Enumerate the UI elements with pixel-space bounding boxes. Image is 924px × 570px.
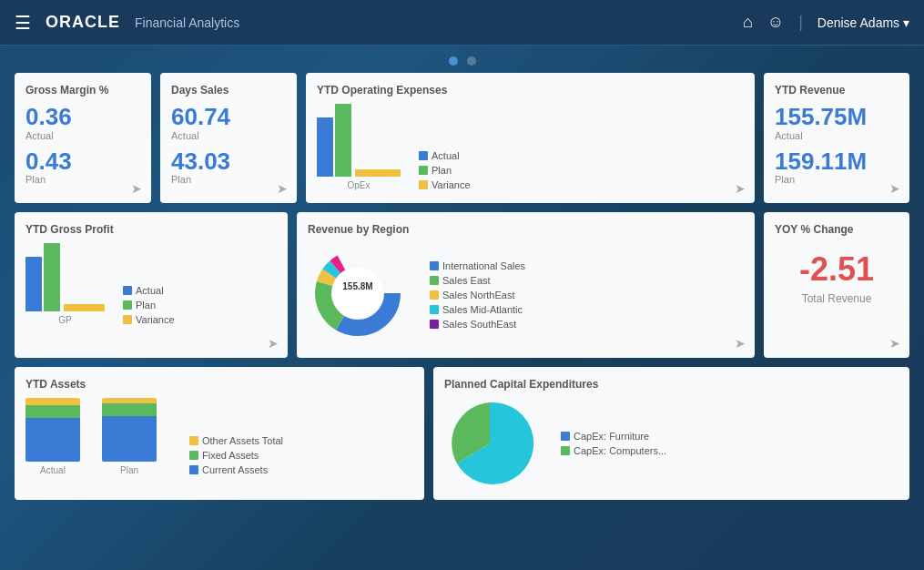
svg-text:155.8M: 155.8M	[342, 281, 372, 291]
assets-legend-fixed: Fixed Assets	[189, 450, 283, 461]
days-sales-plan-value: 43.03	[171, 148, 286, 175]
opex-bar-group	[317, 104, 351, 177]
opex-legend: Actual Plan Variance	[419, 150, 471, 190]
opex-legend-plan-dot	[419, 166, 428, 175]
gross-margin-actual-label: Actual	[25, 130, 140, 141]
ytd-gp-arrow[interactable]: ➤	[268, 336, 279, 351]
legend-sales-northeast: Sales NorthEast	[430, 290, 525, 300]
gross-margin-arrow[interactable]: ➤	[131, 181, 142, 196]
assets-plan-current	[102, 416, 157, 462]
capex-legend-furniture: CapEx: Furniture	[561, 431, 666, 442]
assets-plan-group: Plan	[102, 398, 157, 475]
ytd-revenue-actual-label: Actual	[775, 130, 899, 141]
assets-plan-label: Plan	[120, 465, 138, 475]
ytd-assets-content: Actual Plan Other Assets Total	[25, 398, 413, 475]
opex-bars	[317, 104, 401, 177]
gp-legend-variance-dot	[123, 315, 132, 324]
assets-legend-other: Other Assets Total	[189, 435, 283, 446]
capex-legend: CapEx: Furniture CapEx: Computers...	[561, 431, 666, 456]
ytd-revenue-plan-label: Plan	[775, 174, 899, 185]
days-sales-plan-label: Plan	[171, 174, 286, 185]
days-sales-title: Days Sales	[171, 84, 286, 97]
gross-margin-actual-value: 0.36	[25, 104, 140, 130]
rev-region-card: Revenue by Region 155.8M	[297, 212, 755, 358]
gp-bar-plan	[44, 243, 60, 311]
header-right: ⌂ ☺ | Denise Adams ▾	[743, 13, 909, 32]
days-sales-card: Days Sales 60.74 Actual 43.03 Plan ➤	[160, 73, 297, 203]
header-divider: |	[798, 13, 803, 32]
ytd-gp-chart-area: GP Actual Plan Variance	[25, 243, 277, 325]
svg-point-5	[332, 268, 383, 319]
assets-other-dot	[189, 436, 198, 445]
opex-legend-actual: Actual	[419, 150, 471, 161]
ytd-opex-card: YTD Operating Expenses OpEx A	[306, 73, 755, 203]
user-menu[interactable]: Denise Adams ▾	[817, 15, 909, 30]
gross-margin-card: Gross Margin % 0.36 Actual 0.43 Plan ➤	[15, 73, 151, 203]
ytd-assets-card: YTD Assets Actual	[15, 367, 424, 500]
assets-current-dot	[189, 465, 198, 474]
rev-region-donut: 155.8M	[308, 243, 408, 347]
gp-legend-variance: Variance	[123, 314, 175, 325]
dashboard: Gross Margin % 0.36 Actual 0.43 Plan ➤ D…	[0, 73, 924, 524]
yoy-title: YOY % Change	[775, 223, 899, 236]
gross-margin-plan-label: Plan	[25, 174, 140, 185]
legend-midatlantic-dot	[430, 305, 439, 314]
home-icon[interactable]: ⌂	[743, 13, 753, 32]
page-dot-1[interactable]	[449, 56, 458, 66]
ytd-gp-title: YTD Gross Profit	[25, 223, 277, 236]
capex-legend-computers: CapEx: Computers...	[561, 445, 666, 456]
planned-capex-title: Planned Capital Expenditures	[444, 378, 899, 391]
ytd-revenue-arrow[interactable]: ➤	[889, 181, 900, 196]
gp-legend-actual: Actual	[123, 285, 175, 296]
row-3: YTD Assets Actual	[15, 367, 909, 500]
row-1: Gross Margin % 0.36 Actual 0.43 Plan ➤ D…	[15, 73, 909, 203]
menu-icon[interactable]: ☰	[15, 12, 31, 34]
legend-northeast-dot	[430, 290, 439, 300]
gp-bar-variance	[64, 304, 105, 311]
planned-capex-card: Planned Capital Expenditures CapEx: Furn…	[433, 367, 909, 500]
days-sales-actual-value: 60.74	[171, 104, 286, 130]
ytd-revenue-actual-value: 155.75M	[775, 104, 899, 130]
yoy-card: YOY % Change -2.51 Total Revenue ➤	[764, 212, 909, 358]
assets-actual-current	[25, 418, 80, 462]
ytd-opex-arrow[interactable]: ➤	[735, 181, 746, 196]
legend-sales-southeast: Sales SouthEast	[430, 319, 525, 330]
ytd-opex-title: YTD Operating Expenses	[317, 84, 744, 97]
donut-svg: 155.8M	[308, 243, 408, 343]
gp-legend-actual-dot	[123, 286, 132, 295]
gp-bar-group	[25, 243, 60, 311]
rev-region-content: 155.8M International Sales Sales East Sa…	[308, 243, 744, 347]
ytd-opex-chart-area: OpEx Actual Plan Variance	[317, 104, 744, 190]
pagination	[0, 46, 924, 73]
opex-bar-variance	[355, 169, 401, 177]
gp-bar-actual	[25, 257, 42, 311]
oracle-logo: ORACLE	[46, 13, 120, 32]
opex-bar-plan	[335, 104, 351, 177]
rev-region-legend: International Sales Sales East Sales Nor…	[430, 260, 525, 330]
assets-actual-fixed	[25, 405, 80, 418]
opex-bar-actual	[317, 117, 333, 177]
ytd-revenue-title: YTD Revenue	[775, 84, 899, 97]
gp-legend: Actual Plan Variance	[123, 285, 175, 325]
legend-intl-dot	[430, 261, 439, 270]
rev-region-title: Revenue by Region	[308, 223, 744, 236]
ytd-revenue-plan-value: 159.11M	[775, 148, 899, 175]
assets-legend: Other Assets Total Fixed Assets Current …	[189, 435, 283, 475]
header: ☰ ORACLE Financial Analytics ⌂ ☺ | Denis…	[0, 0, 924, 46]
rev-region-arrow[interactable]: ➤	[735, 336, 746, 351]
assets-actual-group: Actual	[25, 398, 80, 475]
opex-legend-actual-dot	[419, 151, 428, 160]
header-title: Financial Analytics	[135, 15, 239, 30]
ytd-assets-title: YTD Assets	[25, 378, 413, 391]
accessibility-icon[interactable]: ☺	[767, 13, 784, 32]
legend-sales-east: Sales East	[430, 275, 525, 286]
capex-pie-svg	[444, 398, 535, 489]
yoy-arrow[interactable]: ➤	[889, 336, 900, 351]
legend-intl-sales: International Sales	[430, 260, 525, 271]
header-left: ☰ ORACLE Financial Analytics	[15, 12, 239, 34]
page-dot-2[interactable]	[467, 56, 476, 66]
days-sales-arrow[interactable]: ➤	[277, 181, 288, 196]
assets-bars: Actual Plan	[25, 398, 157, 475]
opex-chart-label: OpEx	[317, 180, 401, 190]
yoy-label: Total Revenue	[775, 292, 899, 305]
